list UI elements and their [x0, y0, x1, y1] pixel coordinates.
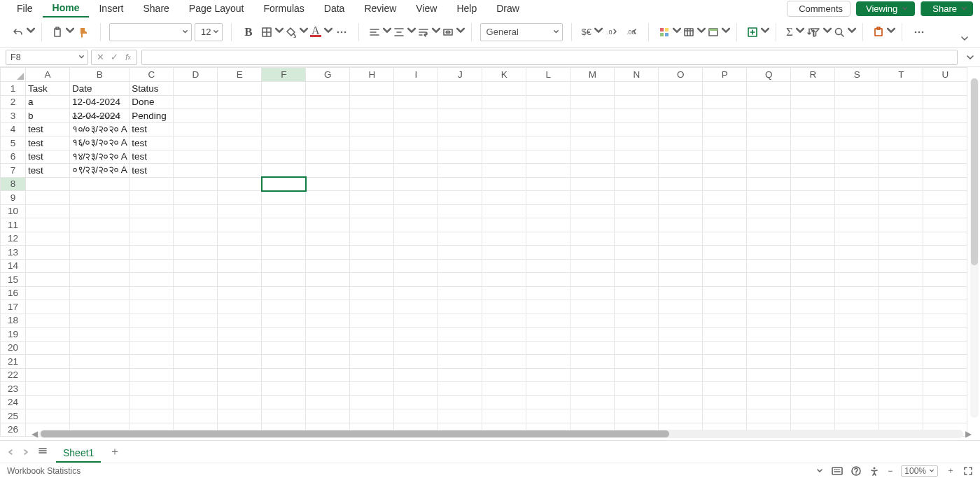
cell[interactable] — [218, 109, 262, 123]
cell[interactable] — [218, 395, 262, 409]
cell[interactable] — [570, 191, 615, 205]
row-header[interactable]: 16 — [1, 286, 26, 300]
cell[interactable] — [835, 259, 879, 273]
cell[interactable] — [306, 273, 350, 287]
cell[interactable] — [262, 273, 306, 287]
cell[interactable] — [70, 368, 130, 382]
cell[interactable] — [747, 218, 791, 232]
cell[interactable] — [570, 273, 615, 287]
cell[interactable] — [526, 409, 570, 423]
cell[interactable] — [26, 191, 70, 205]
cell[interactable] — [350, 259, 394, 273]
more-font-options-button[interactable] — [333, 23, 350, 41]
cell[interactable] — [26, 368, 70, 382]
cell[interactable] — [350, 136, 394, 150]
cell[interactable] — [835, 204, 879, 218]
cell[interactable] — [703, 95, 747, 109]
cell[interactable] — [350, 150, 394, 164]
cell[interactable] — [526, 122, 570, 136]
cell[interactable] — [218, 314, 262, 328]
cell[interactable] — [306, 218, 350, 232]
cell[interactable] — [130, 382, 174, 396]
cell[interactable]: test — [130, 164, 174, 178]
cell[interactable] — [835, 136, 879, 150]
cell[interactable] — [615, 328, 659, 342]
cell[interactable] — [26, 259, 70, 273]
cell[interactable] — [835, 218, 879, 232]
cell[interactable] — [747, 395, 791, 409]
cell[interactable] — [394, 286, 438, 300]
cell[interactable] — [262, 95, 306, 109]
cell[interactable] — [438, 95, 482, 109]
cell[interactable] — [526, 395, 570, 409]
cell[interactable] — [70, 286, 130, 300]
cell[interactable] — [659, 368, 703, 382]
cell[interactable] — [703, 300, 747, 314]
row-header[interactable]: 20 — [1, 341, 26, 355]
row-header[interactable]: 18 — [1, 314, 26, 328]
column-header[interactable]: K — [482, 68, 526, 82]
cell[interactable] — [482, 150, 526, 164]
statusbar-dropdown[interactable] — [816, 468, 823, 475]
cell[interactable] — [438, 286, 482, 300]
cell[interactable] — [570, 314, 615, 328]
cell[interactable] — [879, 395, 923, 409]
cell[interactable] — [482, 82, 526, 96]
cell[interactable] — [526, 286, 570, 300]
cell[interactable] — [570, 177, 615, 191]
cell[interactable] — [218, 286, 262, 300]
column-header[interactable]: B — [70, 68, 130, 82]
cell[interactable] — [923, 177, 967, 191]
cell[interactable] — [438, 164, 482, 178]
cell[interactable] — [394, 122, 438, 136]
cell[interactable] — [835, 286, 879, 300]
cell[interactable] — [747, 109, 791, 123]
cell[interactable] — [923, 232, 967, 246]
cell[interactable] — [482, 286, 526, 300]
cell[interactable] — [526, 232, 570, 246]
cell[interactable] — [130, 300, 174, 314]
cell[interactable]: test — [130, 122, 174, 136]
cell[interactable] — [482, 164, 526, 178]
cell[interactable] — [659, 314, 703, 328]
cell[interactable] — [747, 95, 791, 109]
cell[interactable] — [615, 218, 659, 232]
add-sheet-button[interactable]: ＋ — [109, 444, 120, 459]
cell[interactable] — [791, 177, 835, 191]
addins-button[interactable] — [872, 23, 893, 41]
cell[interactable] — [835, 341, 879, 355]
cell[interactable] — [70, 314, 130, 328]
cell[interactable] — [659, 136, 703, 150]
cell[interactable] — [26, 395, 70, 409]
cell[interactable] — [879, 232, 923, 246]
cell[interactable] — [835, 328, 879, 342]
cell[interactable] — [394, 109, 438, 123]
cell[interactable] — [791, 341, 835, 355]
cell[interactable] — [703, 150, 747, 164]
cell[interactable] — [615, 314, 659, 328]
cell[interactable] — [218, 368, 262, 382]
cell[interactable] — [350, 355, 394, 369]
row-header[interactable]: 4 — [1, 122, 26, 136]
cell[interactable] — [262, 395, 306, 409]
cell[interactable] — [791, 191, 835, 205]
cell[interactable] — [482, 136, 526, 150]
cell[interactable] — [747, 286, 791, 300]
row-header[interactable]: 5 — [1, 136, 26, 150]
cell[interactable] — [879, 382, 923, 396]
conditional-formatting-button[interactable] — [657, 23, 679, 41]
cell[interactable] — [923, 246, 967, 260]
cell[interactable] — [659, 300, 703, 314]
cell[interactable] — [218, 232, 262, 246]
cell[interactable] — [174, 341, 218, 355]
cell[interactable] — [394, 82, 438, 96]
cell[interactable]: test — [130, 150, 174, 164]
row-header[interactable]: 23 — [1, 382, 26, 396]
column-header[interactable]: Q — [747, 68, 791, 82]
cell[interactable] — [218, 204, 262, 218]
zoom-in-button[interactable]: ＋ — [946, 465, 955, 477]
cell[interactable] — [26, 204, 70, 218]
cancel-formula-button[interactable]: ✕ — [93, 50, 107, 64]
cell[interactable] — [306, 177, 350, 191]
menu-insert[interactable]: Insert — [89, 0, 133, 17]
